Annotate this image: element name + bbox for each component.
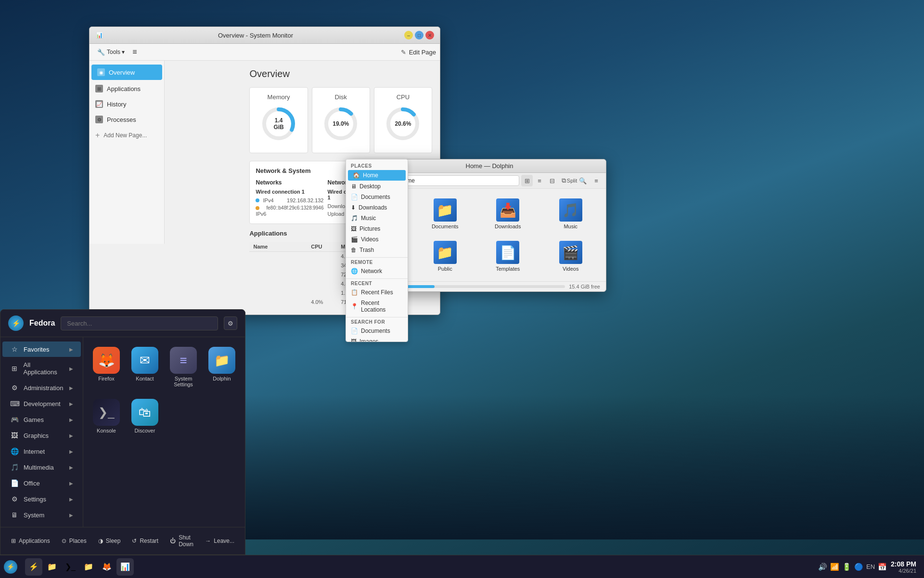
split-button[interactable]: ⧉ Split	[564, 175, 575, 186]
sysmon-nav-applications[interactable]: ⊞ Applications	[90, 81, 164, 96]
file-item-public[interactable]: 📁 Public	[416, 237, 475, 276]
places-desktop-item[interactable]: 🖥 Desktop	[346, 181, 408, 192]
tray-icon-1[interactable]: 🔊	[818, 563, 827, 571]
tray-icon-6[interactable]: 📅	[878, 563, 887, 571]
sidebar-item-graphics[interactable]: 🖼 Graphics ▶	[2, 428, 81, 443]
app-kontact-label: Kontact	[136, 376, 154, 381]
music-folder-label: Music	[564, 223, 578, 229]
memory-donut: 1.4 GiB	[259, 105, 298, 143]
arrow-icon-7: ▶	[69, 449, 73, 454]
file-item-templates[interactable]: 📄 Templates	[478, 237, 538, 276]
dolphin-menu-button[interactable]: ≡	[590, 175, 602, 186]
ipv4-indicator	[256, 198, 259, 202]
sysmon-nav-processes[interactable]: ⚙ Processes	[90, 112, 164, 127]
sidebar-item-games[interactable]: 🎮 Games ▶	[2, 412, 81, 427]
dolphin-search-button[interactable]: 🔍	[577, 175, 589, 186]
sysmon-nav-overview[interactable]: ◉ Overview	[91, 65, 162, 80]
overview-icon: ◉	[97, 68, 105, 76]
app-settings-label: System Settings	[170, 376, 197, 387]
search-documents-item[interactable]: 📄 Documents	[346, 326, 408, 336]
places-documents-item[interactable]: 📄 Documents	[346, 192, 408, 202]
taskbar-app-2[interactable]: 📁	[43, 558, 61, 576]
search-filter-button[interactable]: ⚙	[224, 316, 237, 330]
discover-icon: 🛍	[131, 399, 158, 426]
footer-leave[interactable]: → Leave...	[200, 535, 239, 547]
taskbar-app-4[interactable]: 📁	[80, 558, 97, 576]
music-places-icon: 🎵	[351, 215, 358, 222]
tray-icon-3[interactable]: 🔋	[842, 563, 851, 571]
file-item-videos[interactable]: 🎬 Videos	[541, 237, 601, 276]
history-icon: 📈	[95, 100, 103, 108]
sidebar-item-multimedia[interactable]: 🎵 Multimedia ▶	[2, 460, 81, 475]
file-item-downloads[interactable]: 📥 Downloads	[478, 195, 538, 233]
taskbar-app-3[interactable]: ❯_	[62, 558, 79, 576]
maximize-button[interactable]: □	[415, 31, 424, 39]
tray-icon-5[interactable]: EN	[866, 563, 875, 570]
places-music-item[interactable]: 🎵 Music	[346, 213, 408, 223]
tray-icon-2[interactable]: 📶	[830, 563, 839, 571]
places-pictures-item[interactable]: 🖼 Pictures	[346, 223, 408, 234]
search-input[interactable]	[61, 316, 218, 330]
search-images-item[interactable]: 🖼 Images	[346, 336, 408, 342]
sidebar-item-all-apps[interactable]: ⊞ All Applications ▶	[2, 357, 81, 380]
taskbar-clock[interactable]: 2:08 PM 4/26/21	[891, 560, 916, 574]
places-downloads-item[interactable]: ⬇ Downloads	[346, 202, 408, 213]
places-trash-item[interactable]: 🗑 Trash	[346, 245, 408, 255]
sidebar-item-system[interactable]: 🖥 System ▶	[2, 507, 81, 523]
footer-applications[interactable]: ⊞ Applications	[6, 535, 55, 547]
memory-value: 1.4 GiB	[269, 117, 288, 131]
sidebar-item-graphics-label: Graphics	[24, 432, 49, 439]
add-page-button[interactable]: + Add New Page...	[90, 127, 164, 144]
memory-card: Memory 1.4 GiB	[249, 87, 308, 153]
footer-sleep[interactable]: ◑ Sleep	[93, 535, 126, 547]
footer-shutdown[interactable]: ⏻ Shut Down	[165, 531, 198, 551]
app-settings[interactable]: ≡ System Settings	[166, 343, 201, 391]
shutdown-footer-icon: ⏻	[170, 538, 176, 544]
sidebar-item-settings[interactable]: ⚙ Settings ▶	[2, 491, 81, 507]
places-network-item[interactable]: 🌐 Network	[346, 266, 408, 276]
footer-places-label: Places	[69, 538, 87, 544]
taskbar-fedora-logo[interactable]: ⚡	[4, 560, 17, 574]
app-firefox[interactable]: 🦊 Firefox	[89, 343, 124, 391]
tray-icon-4[interactable]: 🔵	[854, 563, 863, 571]
edit-page-button[interactable]: Edit Page	[409, 49, 436, 56]
compact-view-button[interactable]: ⊟	[546, 175, 558, 186]
sidebar-item-office[interactable]: 📄 Office ▶	[2, 475, 81, 491]
places-home-item[interactable]: 🏠 Home	[348, 170, 406, 181]
taskbar-app-6[interactable]: 📊	[116, 558, 134, 576]
taskbar-app-5[interactable]: 🦊	[98, 558, 116, 576]
sysmon-nav-history-label: History	[107, 101, 126, 108]
sidebar-item-administration[interactable]: ⚙ Administration ▶	[2, 380, 81, 395]
places-videos-item[interactable]: 🎬 Videos	[346, 234, 408, 245]
footer-places[interactable]: ⊙ Places	[57, 535, 91, 547]
minimize-button[interactable]: –	[404, 31, 413, 39]
close-button[interactable]: ✕	[425, 31, 434, 39]
sysmon-window-icon: 📊	[95, 31, 103, 39]
sidebar-item-internet[interactable]: 🌐 Internet ▶	[2, 444, 81, 459]
taskbar-apps: ⚡ 📁 ❯_ 📁 🦊 📊	[21, 558, 138, 576]
address-bar[interactable]: › Home	[391, 175, 519, 186]
file-item-documents[interactable]: 📁 Documents	[416, 195, 475, 233]
sidebar-item-development[interactable]: ⌨ Development ▶	[2, 396, 81, 411]
app-kontact[interactable]: ✉ Kontact	[128, 343, 162, 391]
places-section-header: Places	[346, 161, 408, 170]
recent-files-item[interactable]: 📋 Recent Files	[346, 287, 408, 298]
footer-restart[interactable]: ↺ Restart	[127, 535, 163, 547]
disk-value: 19.0%	[333, 120, 349, 127]
documents-folder-icon: 📁	[434, 198, 457, 222]
sidebar-item-favorites[interactable]: ☆ Favorites ▶	[2, 342, 81, 357]
public-folder-label: Public	[438, 266, 452, 272]
app-konsole[interactable]: ❯_ Konsole	[89, 395, 124, 437]
app-dolphin[interactable]: 📁 Dolphin	[205, 343, 239, 391]
sysmon-nav-history[interactable]: 📈 History	[90, 96, 164, 112]
recent-locations-item[interactable]: 📍 Recent Locations	[346, 298, 408, 315]
taskbar-app-1[interactable]: ⚡	[25, 558, 42, 576]
file-item-music[interactable]: 🎵 Music	[541, 195, 601, 233]
app-discover[interactable]: 🛍 Discover	[128, 395, 162, 437]
tools-menu-button[interactable]: 🔧 Tools ▾	[93, 47, 128, 58]
icon-view-button[interactable]: ⊞	[521, 175, 533, 186]
footer-apps-label: Applications	[19, 538, 50, 544]
hamburger-button[interactable]: ≡	[128, 46, 141, 58]
list-view-button[interactable]: ≡	[534, 175, 545, 186]
sidebar-item-internet-label: Internet	[24, 448, 45, 455]
